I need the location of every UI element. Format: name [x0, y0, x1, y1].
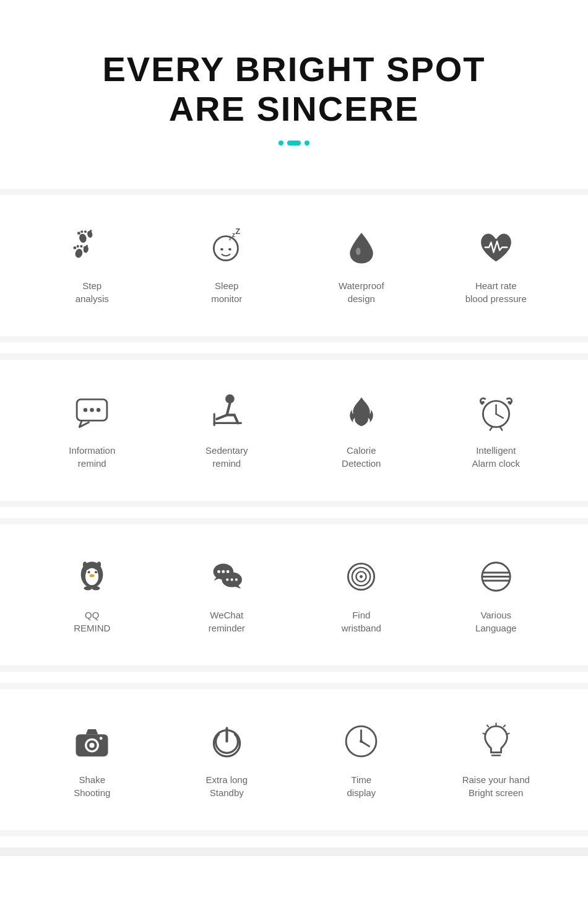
svg-line-30	[496, 414, 503, 418]
sedentary-remind-label: Sedentaryremind	[205, 444, 248, 470]
power-icon	[205, 720, 248, 763]
svg-point-57	[360, 575, 363, 578]
svg-point-45	[97, 561, 102, 568]
svg-point-20	[356, 248, 361, 255]
sedentary-icon	[205, 391, 248, 434]
raise-hand-label: Raise your handBright screen	[462, 773, 530, 799]
find-icon	[340, 555, 383, 599]
svg-point-10	[77, 245, 79, 248]
feature-sedentary-remind: Sedentaryremind	[160, 378, 295, 482]
camera-icon	[71, 720, 114, 763]
svg-point-72	[360, 740, 363, 743]
alarm-clock-label: IntelligentAlarm clock	[472, 444, 520, 470]
svg-point-12	[84, 246, 85, 248]
svg-point-40	[95, 571, 97, 573]
svg-point-41	[90, 574, 95, 578]
svg-point-6	[84, 231, 87, 233]
svg-point-4	[77, 232, 80, 235]
qq-icon	[71, 555, 114, 599]
svg-point-8	[90, 230, 92, 232]
svg-point-44	[83, 561, 87, 568]
decorative-dots	[12, 141, 576, 145]
alarm-icon	[474, 391, 517, 434]
find-wristband-label: Findwristband	[342, 609, 381, 635]
svg-point-23	[90, 408, 95, 412]
svg-point-43	[92, 586, 100, 591]
svg-text:Z: Z	[235, 227, 240, 236]
extra-standby-label: Extra longStandby	[205, 773, 248, 799]
waterproof-label: Waterproofdesign	[339, 279, 384, 305]
feature-alarm-clock: IntelligentAlarm clock	[429, 378, 564, 482]
svg-point-1	[87, 230, 93, 238]
feature-waterproof: Waterproofdesign	[294, 214, 429, 318]
time-display-label: Timedisplay	[347, 773, 376, 799]
svg-line-33	[490, 427, 492, 430]
svg-point-51	[226, 579, 228, 581]
feature-wechat-reminder: WeChatreminder	[160, 543, 295, 647]
drop-icon	[340, 226, 383, 269]
svg-line-77	[487, 726, 488, 727]
svg-line-76	[503, 726, 504, 727]
wechat-reminder-label: WeChatreminder	[209, 609, 245, 635]
calorie-detection-label: CalorieDetection	[342, 444, 381, 470]
lightbulb-icon	[474, 720, 517, 763]
page-title-line1: EVERY BRIGHT SPOT	[12, 50, 576, 89]
dot-2	[305, 141, 309, 145]
language-icon	[474, 555, 517, 599]
feature-time-display: Timedisplay	[294, 708, 429, 812]
feature-section-2: Informationremind Sedentaryremind	[0, 353, 588, 507]
svg-point-15	[220, 248, 223, 251]
bottom-strip	[0, 847, 588, 856]
feature-row-2: Informationremind Sedentaryremind	[0, 360, 588, 501]
svg-point-32	[508, 401, 511, 404]
svg-point-49	[222, 570, 225, 573]
dot-1	[279, 141, 283, 145]
svg-point-11	[80, 245, 83, 248]
clock-icon	[340, 720, 383, 763]
svg-point-13	[86, 245, 88, 247]
feature-sleep-monitor: z z Z Sleepmonitor	[160, 214, 295, 318]
heart-rate-label: Heart rateblood pressure	[465, 279, 527, 305]
information-remind-label: Informationremind	[69, 444, 115, 470]
qq-remind-label: QQREMIND	[74, 609, 110, 635]
shake-shooting-label: ShakeShooting	[74, 773, 110, 799]
svg-point-9	[74, 246, 77, 249]
svg-point-52	[230, 579, 233, 581]
feature-raise-hand: Raise your handBright screen	[429, 708, 564, 812]
svg-point-2	[74, 248, 84, 259]
page-header: EVERY BRIGHT SPOT ARE SINCERE	[0, 0, 588, 189]
svg-point-5	[80, 231, 83, 233]
svg-point-66	[100, 737, 103, 740]
svg-line-34	[500, 427, 502, 430]
feature-step-analysis: Stepanalysis	[25, 214, 160, 318]
svg-line-78	[507, 734, 509, 735]
feature-row-3: QQREMIND	[0, 524, 588, 665]
svg-point-53	[235, 579, 238, 581]
feature-various-language: VariousLanguage	[429, 543, 564, 647]
footprints-icon	[71, 226, 114, 269]
sleep-monitor-label: Sleepmonitor	[211, 279, 242, 305]
various-language-label: VariousLanguage	[475, 609, 517, 635]
fire-icon	[340, 391, 383, 434]
feature-row-4: ShakeShooting Extra longStandby	[0, 689, 588, 830]
wechat-icon	[205, 555, 248, 599]
svg-point-65	[90, 743, 95, 748]
svg-point-31	[482, 401, 485, 404]
svg-text:z: z	[229, 236, 231, 241]
feature-calorie-detection: CalorieDetection	[294, 378, 429, 482]
svg-point-0	[79, 233, 88, 244]
sleep-icon: z z Z	[205, 226, 248, 269]
svg-point-39	[88, 571, 90, 573]
step-analysis-label: Stepanalysis	[76, 279, 109, 305]
page-title-line2: ARE SINCERE	[12, 89, 576, 129]
feature-find-wristband: Findwristband	[294, 543, 429, 647]
svg-point-16	[228, 248, 231, 251]
svg-text:z: z	[231, 232, 235, 239]
feature-section-3: QQREMIND	[0, 518, 588, 672]
feature-information-remind: Informationremind	[25, 378, 160, 482]
feature-qq-remind: QQREMIND	[25, 543, 160, 647]
svg-point-24	[97, 408, 101, 412]
svg-point-42	[84, 586, 92, 591]
feature-section-4: ShakeShooting Extra longStandby	[0, 683, 588, 836]
svg-line-79	[483, 734, 485, 735]
